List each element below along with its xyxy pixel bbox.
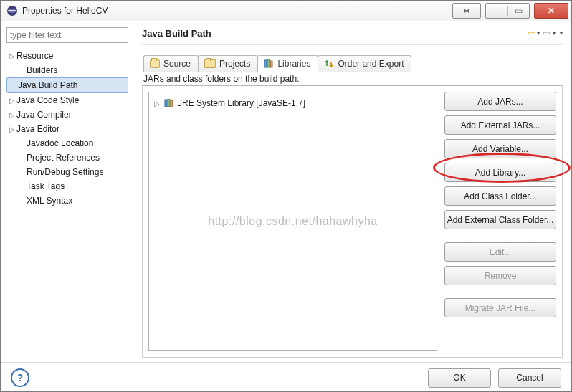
- expand-icon: ▷: [8, 111, 16, 119]
- add-external-jars-button[interactable]: Add External JARs...: [444, 115, 556, 135]
- add-external-class-folder-button[interactable]: Add External Class Folder...: [444, 210, 556, 229]
- folder-icon: [204, 59, 216, 68]
- add-jars-button[interactable]: Add JARs...: [444, 92, 556, 111]
- window-min-max-buttons[interactable]: ―▭: [485, 3, 530, 19]
- tab-order-export[interactable]: Order and Export: [318, 55, 411, 72]
- library-icon: [264, 59, 274, 69]
- tab-source[interactable]: Source: [143, 55, 199, 72]
- tab-bar: Source Projects Libraries Order and Expo…: [143, 52, 563, 71]
- help-icon[interactable]: ?: [11, 368, 29, 387]
- ok-button[interactable]: OK: [428, 368, 491, 388]
- expand-icon: ▷: [8, 125, 16, 133]
- back-icon[interactable]: ⇦: [525, 27, 537, 39]
- expand-icon: ▷: [8, 97, 16, 105]
- svg-rect-3: [264, 60, 267, 67]
- library-item-label: JRE System Library [JavaSE-1.7]: [178, 98, 305, 108]
- window-controls: ⇔ ―▭ ✕: [452, 3, 568, 19]
- window-close-button[interactable]: ✕: [534, 3, 568, 19]
- tree-item-builders[interactable]: Builders: [6, 63, 128, 77]
- svg-rect-5: [270, 61, 272, 67]
- edit-button[interactable]: Edit...: [444, 242, 556, 262]
- tree-item-java-compiler[interactable]: ▷Java Compiler: [6, 107, 128, 122]
- svg-rect-2: [8, 10, 16, 11]
- chevron-down-icon[interactable]: ▾: [553, 30, 556, 37]
- order-icon: [324, 59, 334, 69]
- library-item[interactable]: ▷ JRE System Library [JavaSE-1.7]: [153, 97, 432, 110]
- category-sidebar: ▷Resource Builders Java Build Path ▷Java…: [1, 21, 133, 362]
- page-heading: Java Build Path: [142, 28, 525, 39]
- svg-rect-6: [165, 100, 167, 107]
- remove-button[interactable]: Remove: [444, 266, 556, 285]
- nav-arrows: ⇦▾ ⇨▾ ▾: [525, 27, 563, 39]
- libraries-list[interactable]: ▷ JRE System Library [JavaSE-1.7] http:/…: [148, 92, 437, 351]
- svg-rect-4: [267, 59, 270, 67]
- tree-item-resource[interactable]: ▷Resource: [6, 49, 128, 63]
- tree-item-task-tags[interactable]: Task Tags: [6, 179, 128, 193]
- add-class-folder-button[interactable]: Add Class Folder...: [444, 186, 556, 206]
- tree-item-java-editor[interactable]: ▷Java Editor: [6, 122, 128, 136]
- minimize-icon: ―: [486, 6, 508, 16]
- properties-dialog: Properties for HelloCV ⇔ ―▭ ✕ ▷Resource …: [0, 0, 572, 392]
- library-buttons: Add JARs... Add External JARs... Add Var…: [444, 92, 556, 351]
- tab-projects[interactable]: Projects: [198, 55, 258, 72]
- add-variable-button[interactable]: Add Variable...: [444, 139, 556, 158]
- expand-icon: ▷: [153, 100, 161, 107]
- maximize-icon: ▭: [508, 6, 530, 16]
- folder-icon: [150, 59, 160, 68]
- svg-rect-8: [171, 100, 173, 107]
- build-path-description: JARs and class folders on the build path…: [143, 74, 563, 84]
- chevron-down-icon[interactable]: ▾: [537, 30, 540, 37]
- tree-item-javadoc-location[interactable]: Javadoc Location: [6, 136, 128, 150]
- add-library-button[interactable]: Add Library...: [444, 163, 556, 182]
- filter-input[interactable]: [6, 27, 128, 43]
- library-icon: [164, 99, 174, 107]
- expand-icon: ▷: [8, 52, 16, 60]
- watermark-text: http://blog.csdn.net/hahawhyha: [208, 215, 378, 228]
- tree-item-java-build-path[interactable]: Java Build Path: [6, 77, 128, 93]
- libraries-content: ▷ JRE System Library [JavaSE-1.7] http:/…: [142, 85, 563, 358]
- migrate-jar-button[interactable]: Migrate JAR File...: [444, 298, 556, 317]
- chevron-down-icon[interactable]: ▾: [560, 30, 563, 37]
- window-title: Properties for HelloCV: [22, 6, 108, 16]
- tab-libraries[interactable]: Libraries: [257, 55, 318, 72]
- tree-item-xml-syntax[interactable]: XML Syntax: [6, 193, 128, 208]
- category-tree: ▷Resource Builders Java Build Path ▷Java…: [6, 49, 128, 208]
- tree-item-java-code-style[interactable]: ▷Java Code Style: [6, 93, 128, 107]
- tree-item-project-references[interactable]: Project References: [6, 150, 128, 165]
- dialog-footer: ? OK Cancel: [1, 362, 571, 392]
- main-panel: Java Build Path ⇦▾ ⇨▾ ▾ Source Projects …: [133, 21, 571, 362]
- eclipse-icon: [6, 5, 18, 16]
- tree-item-run-debug-settings[interactable]: Run/Debug Settings: [6, 165, 128, 179]
- window-collapse-button[interactable]: ⇔: [452, 3, 481, 19]
- svg-rect-7: [168, 99, 170, 107]
- forward-icon[interactable]: ⇨: [541, 27, 553, 39]
- title-bar: Properties for HelloCV ⇔ ―▭ ✕: [1, 1, 571, 21]
- cancel-button[interactable]: Cancel: [498, 368, 561, 388]
